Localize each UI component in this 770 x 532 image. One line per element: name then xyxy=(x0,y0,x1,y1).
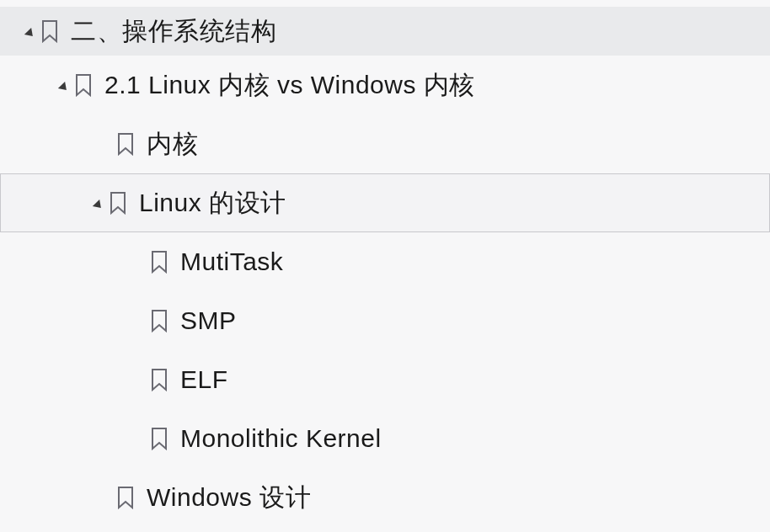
tree-item-mutitask[interactable]: MutiTask xyxy=(0,232,770,291)
bookmark-icon xyxy=(150,368,168,391)
tree-item-label: SMP xyxy=(180,306,237,335)
tree-item-label: 2.1 Linux 内核 vs Windows 内核 xyxy=(104,68,475,103)
tree-item-elf[interactable]: ELF xyxy=(0,350,770,409)
tree-item-label: Linux 的设计 xyxy=(139,186,286,221)
tree-item-label: MutiTask xyxy=(180,247,283,276)
tree-item-kernel[interactable]: 内核 xyxy=(0,114,770,173)
bookmark-icon xyxy=(109,191,127,215)
bookmark-icon xyxy=(116,486,135,509)
tree-item-section-2-1[interactable]: 2.1 Linux 内核 vs Windows 内核 xyxy=(0,56,770,114)
tree-item-root[interactable]: 二、操作系统结构 xyxy=(0,7,770,56)
tree-item-linux-design[interactable]: Linux 的设计 xyxy=(0,173,770,232)
bookmark-icon xyxy=(150,250,168,274)
tree-item-label: Windows 设计 xyxy=(147,481,311,515)
tree-item-smp[interactable]: SMP xyxy=(0,291,770,350)
expand-collapse-icon[interactable] xyxy=(23,26,33,36)
bookmark-tree: 二、操作系统结构 2.1 Linux 内核 vs Windows 内核 内核 L… xyxy=(0,0,770,527)
tree-item-label: ELF xyxy=(180,365,228,394)
expand-collapse-icon[interactable] xyxy=(91,198,101,208)
bookmark-icon xyxy=(150,309,168,332)
tree-item-label: 内核 xyxy=(147,127,198,162)
expand-collapse-icon[interactable] xyxy=(56,80,67,90)
tree-item-windows-design[interactable]: Windows 设计 xyxy=(0,468,770,527)
bookmark-icon xyxy=(74,73,93,97)
tree-item-label: Monolithic Kernel xyxy=(180,424,382,453)
bookmark-icon xyxy=(40,19,59,43)
bookmark-icon xyxy=(116,132,135,156)
tree-item-monolithic-kernel[interactable]: Monolithic Kernel xyxy=(0,409,770,468)
bookmark-icon xyxy=(150,427,168,450)
tree-item-label: 二、操作系统结构 xyxy=(71,14,276,49)
